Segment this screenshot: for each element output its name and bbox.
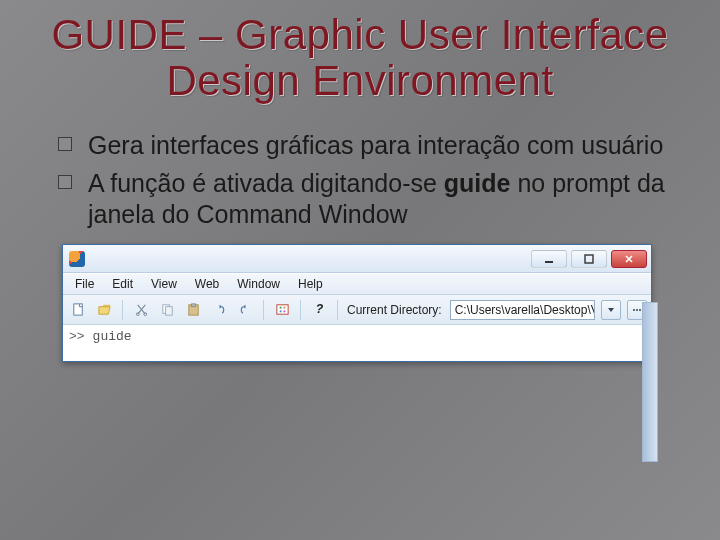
separator	[263, 300, 264, 320]
svg-point-15	[633, 309, 635, 311]
bullet-marker	[58, 175, 72, 189]
separator	[300, 300, 301, 320]
help-icon: ?	[312, 302, 327, 317]
undo-icon	[212, 302, 227, 317]
list-item: Gera interfaces gráficas para interação …	[58, 130, 672, 161]
svg-point-17	[639, 309, 641, 311]
maximize-icon	[584, 254, 594, 264]
undo-button[interactable]	[208, 299, 230, 321]
svg-rect-0	[545, 261, 553, 263]
list-item: A função é ativada digitando-se guide no…	[58, 168, 672, 231]
svg-rect-8	[191, 304, 195, 307]
open-file-button[interactable]	[93, 299, 115, 321]
svg-rect-10	[279, 307, 281, 309]
bullet-text: A função é ativada digitando-se guide no…	[88, 168, 672, 231]
adjacent-window-edge	[642, 302, 658, 462]
matlab-icon	[69, 251, 85, 267]
menu-web[interactable]: Web	[187, 275, 227, 293]
close-icon	[624, 254, 634, 264]
svg-rect-11	[283, 307, 285, 309]
open-folder-icon	[97, 302, 112, 317]
separator	[337, 300, 338, 320]
svg-rect-1	[585, 255, 593, 263]
command-text: guide	[93, 329, 132, 344]
bullet-text: Gera interfaces gráficas para interação …	[88, 130, 663, 161]
page-title: GUIDE – Graphic User Interface Design En…	[30, 12, 690, 104]
svg-point-16	[636, 309, 638, 311]
svg-rect-9	[276, 305, 287, 314]
matlab-window: File Edit View Web Window Help	[62, 244, 652, 362]
svg-rect-2	[73, 304, 81, 315]
titlebar[interactable]	[63, 245, 651, 273]
simulink-icon	[275, 302, 290, 317]
directory-dropdown-button[interactable]	[601, 300, 621, 320]
menu-file[interactable]: File	[67, 275, 102, 293]
command-window[interactable]: >> guide	[63, 325, 651, 361]
redo-button[interactable]	[234, 299, 256, 321]
current-directory-label: Current Directory:	[347, 303, 442, 317]
svg-text:?: ?	[315, 302, 323, 316]
toolbar: ? Current Directory: C:\Users\varella\De…	[63, 295, 651, 325]
bullet-text-pre: A função é ativada digitando-se	[88, 169, 444, 197]
menu-view[interactable]: View	[143, 275, 185, 293]
cut-icon	[134, 302, 149, 317]
menubar: File Edit View Web Window Help	[63, 273, 651, 295]
redo-icon	[238, 302, 253, 317]
menu-help[interactable]: Help	[290, 275, 331, 293]
cut-button[interactable]	[130, 299, 152, 321]
paste-button[interactable]	[182, 299, 204, 321]
menu-window[interactable]: Window	[229, 275, 288, 293]
svg-rect-12	[279, 311, 281, 313]
keyword-guide: guide	[444, 169, 511, 197]
bullet-list: Gera interfaces gráficas para interação …	[30, 130, 690, 230]
minimize-button[interactable]	[531, 250, 567, 268]
menu-edit[interactable]: Edit	[104, 275, 141, 293]
help-button[interactable]: ?	[308, 299, 330, 321]
paste-icon	[186, 302, 201, 317]
new-file-icon	[71, 302, 86, 317]
minimize-icon	[544, 254, 554, 264]
ellipsis-icon	[632, 305, 642, 315]
svg-rect-13	[283, 311, 285, 313]
command-prompt: >>	[69, 329, 85, 344]
bullet-marker	[58, 137, 72, 151]
current-directory-field[interactable]: C:\Users\varella\Desktop\V SE	[450, 300, 595, 320]
new-file-button[interactable]	[67, 299, 89, 321]
svg-rect-6	[165, 307, 172, 315]
close-button[interactable]	[611, 250, 647, 268]
separator	[122, 300, 123, 320]
simulink-button[interactable]	[271, 299, 293, 321]
copy-icon	[160, 302, 175, 317]
copy-button[interactable]	[156, 299, 178, 321]
chevron-down-icon	[606, 305, 616, 315]
maximize-button[interactable]	[571, 250, 607, 268]
